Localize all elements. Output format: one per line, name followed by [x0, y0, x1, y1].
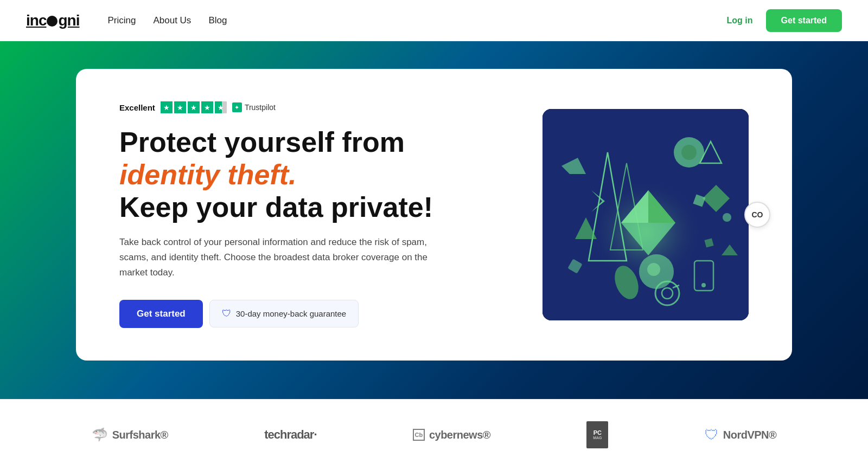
star-4: ★ — [201, 101, 213, 113]
star-1: ★ — [161, 101, 173, 113]
hero-card: Excellent ★ ★ ★ ★ ★ ✦ Trustpilot Protect… — [76, 69, 792, 361]
nordvpn-label: NordVPN® — [723, 429, 777, 441]
brands-section: 🦈 Surfshark® techradar· Cb cybernews® PC… — [0, 399, 868, 470]
trustpilot-stars: ★ ★ ★ ★ ★ — [161, 101, 227, 113]
hero-content: Excellent ★ ★ ★ ★ ★ ✦ Trustpilot Protect… — [119, 101, 477, 328]
cybernews-icon: Cb — [413, 429, 425, 441]
cybernews-label: cybernews® — [429, 429, 490, 441]
nav-links: Pricing About Us Blog — [101, 12, 233, 29]
money-back-badge: 🛡 30-day money-back guarantee — [209, 300, 359, 327]
brand-surfshark: 🦈 Surfshark® — [92, 427, 168, 442]
brand-cybernews: Cb cybernews® — [413, 429, 490, 441]
money-back-label: 30-day money-back guarantee — [236, 309, 346, 318]
login-link[interactable]: Log in — [727, 16, 753, 25]
hero-cta-row: Get started 🛡 30-day money-back guarante… — [119, 300, 477, 328]
trustpilot-row: Excellent ★ ★ ★ ★ ★ ✦ Trustpilot — [119, 101, 477, 113]
brand-techradar: techradar· — [264, 428, 316, 442]
svg-point-8 — [681, 145, 697, 160]
nav-about[interactable]: About Us — [146, 12, 197, 29]
trustpilot-icon: ✦ — [232, 102, 242, 112]
nav-blog[interactable]: Blog — [202, 12, 233, 29]
pcmag-pc: PC — [593, 430, 602, 436]
svg-point-12 — [647, 263, 660, 276]
hero-image-inner — [542, 109, 749, 320]
hero-title-part1: Protect yourself from — [119, 126, 405, 158]
nav-get-started-button[interactable]: Get started — [766, 9, 842, 32]
star-5-half: ★ — [215, 101, 227, 113]
hero-get-started-button[interactable]: Get started — [119, 300, 203, 328]
brand-pcmag: PC MAG — [586, 421, 608, 448]
techradar-label: techradar· — [264, 428, 316, 442]
hero-title-part2: Keep your data private! — [119, 191, 433, 223]
trustpilot-excellent-label: Excellent — [119, 103, 155, 112]
trustpilot-brand-label: Trustpilot — [245, 103, 276, 112]
surfshark-icon: 🦈 — [92, 427, 108, 442]
trustpilot-logo: ✦ Trustpilot — [232, 102, 276, 112]
svg-point-21 — [701, 283, 706, 287]
pcmag-mag: MAG — [593, 436, 602, 440]
scroll-indicator[interactable]: CO — [744, 202, 770, 228]
hero-title: Protect yourself from identity theft. Ke… — [119, 126, 477, 223]
navbar-left: incgni Pricing About Us Blog — [26, 12, 233, 29]
star-3: ★ — [188, 101, 200, 113]
star-2: ★ — [174, 101, 186, 113]
hero-description: Take back control of your personal infor… — [119, 235, 434, 280]
shield-icon: 🛡 — [222, 308, 232, 319]
brand-nordvpn: 🛡 NordVPN® — [705, 427, 777, 443]
surfshark-label: Surfshark® — [112, 429, 168, 441]
navbar: incgni Pricing About Us Blog Log in Get … — [0, 0, 868, 41]
hero-title-highlight: identity theft. — [119, 159, 296, 190]
hero-shapes-svg — [542, 109, 749, 320]
nordvpn-icon: 🛡 — [705, 427, 719, 443]
logo[interactable]: incgni — [26, 12, 79, 29]
svg-point-24 — [723, 213, 731, 222]
nav-pricing[interactable]: Pricing — [101, 12, 142, 29]
navbar-right: Log in Get started — [727, 9, 842, 32]
hero-image-container: CO — [542, 109, 749, 320]
pcmag-badge: PC MAG — [586, 421, 608, 448]
hero-section: Excellent ★ ★ ★ ★ ★ ✦ Trustpilot Protect… — [0, 41, 868, 399]
